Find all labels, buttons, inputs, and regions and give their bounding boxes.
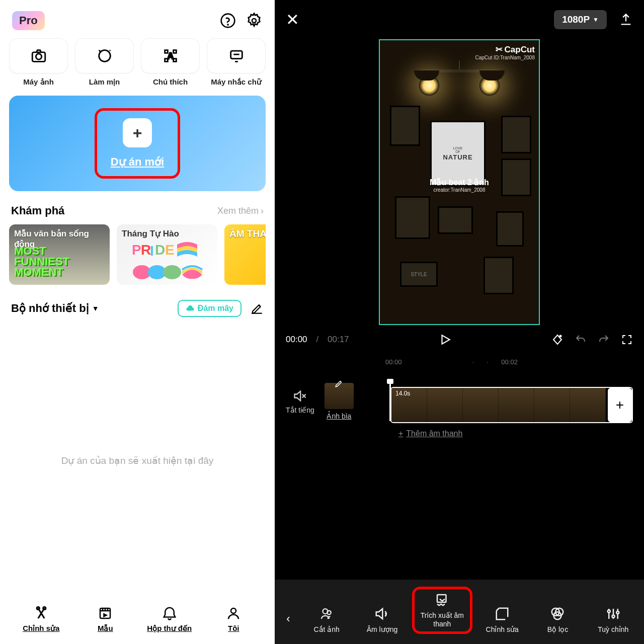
fullscreen-icon[interactable] — [621, 334, 633, 346]
time-duration: 00:17 — [328, 335, 349, 345]
quick-actions: Máy ảnh Làm mịn A Chú thích Máy nhắc chữ — [9, 38, 266, 87]
discover-row: Mẫu văn bản sống động MOSTFUNNIEST MOMEN… — [9, 224, 266, 285]
new-project-card[interactable]: + Dự án mới — [9, 96, 266, 191]
lamp-graphic — [414, 60, 505, 91]
discover-card[interactable]: Tháng Tự Hào PRIDE — [117, 224, 217, 285]
add-audio-button[interactable]: +Thêm âm thanh — [398, 429, 462, 438]
svg-text:I: I — [150, 243, 154, 259]
export-icon[interactable] — [619, 13, 633, 27]
close-icon[interactable]: ✕ — [286, 10, 299, 29]
empty-projects-message: Dự án của bạn sẽ xuất hiện tại đây — [9, 322, 266, 599]
svg-text:P: P — [132, 242, 141, 258]
bottom-nav: Chỉnh sửa Mẫu Hộp thư đến Tôi — [9, 599, 266, 635]
chevron-down-icon: ▼ — [593, 16, 599, 23]
nav-inbox[interactable]: Hộp thư đến — [137, 606, 202, 633]
undo-icon[interactable] — [575, 334, 587, 346]
qa-caption[interactable]: A Chú thích — [141, 38, 200, 87]
redo-icon[interactable] — [598, 334, 610, 346]
preview-caption: Mẫu beat 2 ảnh creator:TranNam_2008 — [430, 178, 489, 193]
svg-point-20 — [560, 336, 561, 337]
chevron-right-icon: › — [261, 206, 264, 216]
tool-volume[interactable]: Âm lượng — [356, 606, 408, 634]
tool-adjust[interactable]: Tuỳ chỉnh — [588, 606, 639, 634]
nav-templates[interactable]: Mẫu — [73, 606, 138, 633]
editor-top-bar: ✕ 1080P ▼ — [275, 0, 644, 39]
cover-button[interactable]: Ảnh bìa — [325, 383, 354, 420]
svg-point-29 — [616, 611, 619, 614]
video-preview[interactable]: LOVEOFNATURE STYLE ✂CapCut CapCut ID:Tra… — [379, 39, 540, 325]
svg-point-19 — [231, 608, 236, 613]
play-button[interactable] — [439, 333, 452, 346]
settings-icon[interactable] — [246, 12, 263, 29]
clip-strip[interactable]: 14.0s + — [390, 387, 633, 423]
preview-area: LOVEOFNATURE STYLE ✂CapCut CapCut ID:Tra… — [275, 39, 644, 325]
svg-point-27 — [608, 610, 610, 613]
capcut-logo-icon: ✂ — [496, 44, 503, 55]
svg-text:E: E — [165, 242, 175, 258]
discover-card[interactable]: ÂM THANH — [224, 224, 266, 285]
svg-point-28 — [612, 615, 614, 618]
keyframe-icon[interactable] — [551, 334, 564, 346]
svg-text:D: D — [155, 242, 165, 258]
cloud-button[interactable]: Đám mây — [178, 300, 242, 317]
storage-dropdown[interactable]: Bộ nhớ thiết bị ▼ — [11, 302, 99, 315]
qa-teleprompter[interactable]: Máy nhắc chữ — [207, 38, 266, 87]
discover-title: Khám phá — [11, 204, 64, 217]
see-more-link[interactable]: Xem thêm› — [217, 206, 264, 216]
storage-header: Bộ nhớ thiết bị ▼ Đám mây — [11, 300, 264, 317]
top-bar: Pro — [9, 9, 266, 35]
watermark: ✂CapCut CapCut ID:TranNam_2008 — [475, 44, 535, 60]
qa-smooth[interactable]: Làm mịn — [75, 38, 134, 87]
tool-extract-audio[interactable]: Trích xuất âm thanh — [412, 587, 472, 634]
nav-profile[interactable]: Tôi — [202, 606, 266, 633]
edit-icon[interactable] — [251, 302, 264, 315]
add-clip-button[interactable]: + — [608, 388, 632, 422]
svg-point-1 — [227, 24, 228, 25]
tool-edit[interactable]: Chỉnh sửa — [476, 606, 528, 634]
time-current: 00:00 — [286, 335, 307, 345]
mute-toggle[interactable]: Tắt tiếng — [286, 389, 314, 414]
svg-point-15 — [163, 265, 181, 279]
timeline[interactable]: Tắt tiếng Ảnh bìa 14.0s + +Thêm âm thanh — [275, 368, 644, 435]
tool-crop[interactable]: Cắt ảnh — [301, 606, 352, 634]
pro-badge[interactable]: Pro — [12, 11, 45, 30]
editor-panel: ✕ 1080P ▼ LOVEOFNATURE STYLE ✂ — [275, 0, 644, 644]
timeline-ruler: 00:00 · · 00:02 — [275, 354, 644, 368]
tool-bar: ‹ Cắt ảnh Âm lượng Trích xuất âm thanh C… — [275, 580, 644, 644]
nav-edit[interactable]: Chỉnh sửa — [9, 606, 73, 633]
help-icon[interactable] — [219, 12, 236, 29]
discover-header: Khám phá Xem thêm› — [11, 204, 264, 217]
svg-point-22 — [327, 611, 331, 615]
playback-controls: 00:00 / 00:17 — [275, 325, 644, 354]
svg-point-2 — [252, 19, 256, 23]
qa-camera[interactable]: Máy ảnh — [9, 38, 68, 87]
svg-point-4 — [36, 54, 41, 59]
chevron-down-icon: ▼ — [92, 304, 99, 312]
discover-card[interactable]: Mẫu văn bản sống động MOSTFUNNIEST MOMEN… — [9, 224, 110, 285]
highlight-new-project — [95, 108, 180, 179]
resolution-dropdown[interactable]: 1080P ▼ — [554, 10, 607, 29]
back-icon[interactable]: ‹ — [280, 604, 297, 634]
svg-text:A: A — [167, 51, 173, 61]
home-panel: Pro Máy ảnh Làm mịn A Chú thích Máy nhắc… — [0, 0, 275, 644]
plus-icon: + — [398, 429, 403, 438]
tool-filter[interactable]: Bộ lọc — [532, 606, 583, 634]
